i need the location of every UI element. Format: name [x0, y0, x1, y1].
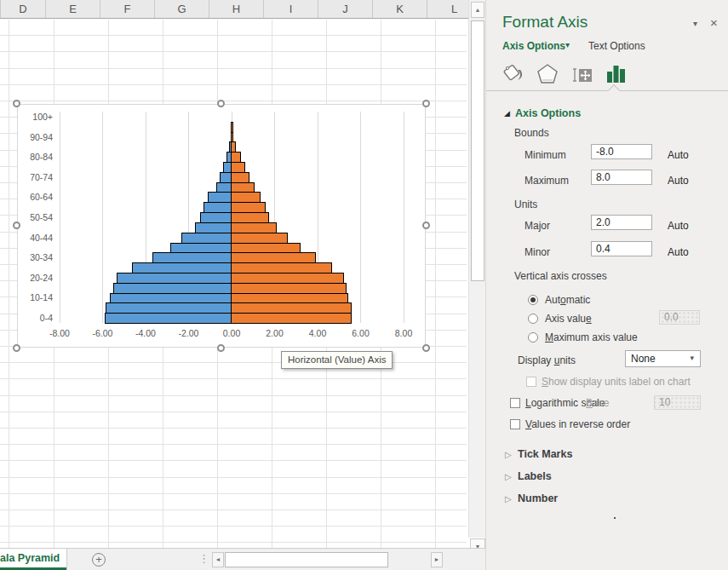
- chart-resize-handle[interactable]: [13, 222, 20, 229]
- minor-input[interactable]: [591, 241, 652, 256]
- maximum-auto-button[interactable]: Auto: [668, 175, 689, 187]
- tab-text-options[interactable]: Text Options: [588, 40, 645, 52]
- maximum-axis-value-radio[interactable]: [528, 332, 538, 343]
- section-number[interactable]: Number: [518, 492, 558, 504]
- grid-line: [9, 20, 9, 548]
- x-axis-tick-label[interactable]: 2.00: [254, 328, 296, 338]
- maximum-axis-value-label: Maximum axis value: [545, 331, 638, 343]
- x-axis-tick-label[interactable]: 4.00: [296, 328, 339, 338]
- major-label: Major: [525, 220, 550, 232]
- values-reverse-order-checkbox[interactable]: [510, 419, 520, 429]
- display-units-select[interactable]: None ▾: [625, 350, 701, 367]
- maximum-input[interactable]: [591, 170, 652, 185]
- x-axis-tick-label[interactable]: 0.00: [210, 328, 253, 338]
- chart-resize-handle[interactable]: [13, 100, 20, 107]
- sheet-area: DEFGHIJKL -8.00-6.00-4.00-2.000.002.004.…: [0, 0, 468, 548]
- x-axis-tick-label[interactable]: -8.00: [38, 328, 81, 338]
- axis-options-chart-icon[interactable]: [605, 62, 628, 89]
- x-axis-tick-label[interactable]: 6.00: [340, 328, 382, 338]
- section-expanded-icon[interactable]: ◢: [504, 109, 510, 118]
- splitter-grip-icon[interactable]: ⋮: [198, 552, 209, 565]
- sheet-tab-label: ala Pyramid: [0, 549, 66, 567]
- y-axis-category-label[interactable]: 20-24: [18, 273, 53, 283]
- vertical-scrollbar[interactable]: ▲: [468, 0, 485, 538]
- section-labels[interactable]: Labels: [518, 470, 552, 482]
- axis-options-dropdown-icon[interactable]: ▾: [565, 40, 570, 49]
- section-collapsed-icon[interactable]: ▷: [505, 472, 512, 481]
- automatic-radio[interactable]: [528, 295, 538, 305]
- grid-line: [435, 20, 436, 548]
- chart-resize-handle[interactable]: [13, 344, 20, 352]
- logarithmic-scale-checkbox[interactable]: [510, 398, 520, 408]
- column-header-D[interactable]: D: [1, 0, 46, 18]
- x-axis-tick-label[interactable]: 8.00: [382, 328, 425, 338]
- column-header-J[interactable]: J: [318, 0, 373, 18]
- chart-resize-handle[interactable]: [422, 222, 430, 229]
- column-header-I[interactable]: I: [264, 0, 318, 18]
- minimum-auto-button[interactable]: Auto: [668, 149, 689, 161]
- bar-left-side-0-4[interactable]: [105, 313, 232, 324]
- minor-auto-button[interactable]: Auto: [668, 246, 689, 258]
- bar-right-side-0-4[interactable]: [231, 313, 352, 324]
- plot-area[interactable]: [60, 112, 404, 323]
- panel-close-icon[interactable]: ×: [710, 15, 718, 30]
- bounds-label: Bounds: [514, 127, 549, 139]
- chart-resize-handle[interactable]: [217, 344, 225, 352]
- chart-object[interactable]: -8.00-6.00-4.00-2.000.002.004.006.008.00…: [17, 104, 426, 348]
- y-axis-category-label[interactable]: 10-14: [18, 292, 53, 302]
- panel-title: Format Axis: [502, 13, 588, 32]
- section-tick-marks[interactable]: Tick Marks: [518, 448, 572, 460]
- x-axis-tick-label[interactable]: -4.00: [124, 328, 167, 338]
- fill-line-icon[interactable]: [502, 62, 525, 89]
- units-label: Units: [514, 199, 537, 210]
- vertical-axis-crosses-label: Vertical axis crosses: [514, 270, 607, 282]
- axis-value-label: Axis value: [545, 313, 592, 325]
- y-axis-category-label[interactable]: 50-54: [18, 212, 53, 222]
- column-header-F[interactable]: F: [100, 0, 155, 18]
- axis-value-radio[interactable]: [528, 314, 538, 324]
- section-collapsed-icon[interactable]: ▷: [505, 450, 512, 459]
- y-axis-category-label[interactable]: 0-4: [18, 313, 53, 323]
- scroll-left-icon[interactable]: ◄: [212, 552, 224, 567]
- chart-resize-handle[interactable]: [422, 100, 430, 107]
- horizontal-scroll-thumb[interactable]: [225, 552, 388, 567]
- tab-axis-options[interactable]: Axis Options: [502, 40, 565, 52]
- chart-resize-handle[interactable]: [217, 100, 225, 107]
- column-header-E[interactable]: E: [46, 0, 100, 18]
- display-units-label: Display units: [518, 354, 576, 366]
- vertical-scroll-thumb[interactable]: [471, 20, 484, 281]
- y-axis-category-label[interactable]: 60-64: [18, 192, 53, 202]
- add-sheet-button[interactable]: +: [92, 553, 106, 567]
- minimum-input[interactable]: [591, 144, 652, 159]
- y-axis-category-label[interactable]: 70-74: [18, 172, 53, 182]
- maximum-label: Maximum: [525, 175, 569, 187]
- panel-dropdown-icon[interactable]: ▾: [693, 19, 697, 28]
- minor-label: Minor: [525, 246, 550, 258]
- x-axis-tick-label[interactable]: -6.00: [82, 328, 124, 338]
- y-axis-category-label[interactable]: 30-34: [18, 252, 53, 262]
- display-units-value: None: [631, 353, 656, 365]
- effects-icon[interactable]: [536, 62, 559, 89]
- scroll-up-icon[interactable]: ▲: [471, 2, 484, 18]
- y-axis-category-label[interactable]: 40-44: [18, 233, 53, 243]
- section-axis-options[interactable]: Axis Options: [515, 107, 581, 119]
- major-auto-button[interactable]: Auto: [668, 220, 689, 232]
- chart-resize-handle[interactable]: [422, 344, 430, 352]
- y-axis-category-label[interactable]: 80-84: [18, 152, 53, 162]
- major-input[interactable]: [591, 215, 652, 230]
- scroll-right-icon[interactable]: ►: [431, 552, 443, 567]
- x-axis-tick-label[interactable]: -2.00: [168, 328, 210, 338]
- base-input: 10: [654, 395, 701, 410]
- automatic-label: Automatic: [545, 294, 590, 306]
- column-header-K[interactable]: K: [373, 0, 427, 18]
- y-axis-category-label[interactable]: 90-94: [18, 132, 53, 142]
- column-header-H[interactable]: H: [209, 0, 264, 18]
- section-collapsed-icon[interactable]: ▷: [505, 494, 512, 504]
- column-header-G[interactable]: G: [155, 0, 209, 18]
- column-header-L[interactable]: L: [427, 0, 468, 18]
- sheet-tab-bar: ala Pyramid + ⋮ ◄ ►: [0, 548, 485, 570]
- sheet-tab-active[interactable]: ala Pyramid: [0, 549, 67, 570]
- chart-gridline: [360, 112, 361, 323]
- y-axis-category-label[interactable]: 100+: [18, 112, 53, 122]
- size-properties-icon[interactable]: [572, 62, 596, 89]
